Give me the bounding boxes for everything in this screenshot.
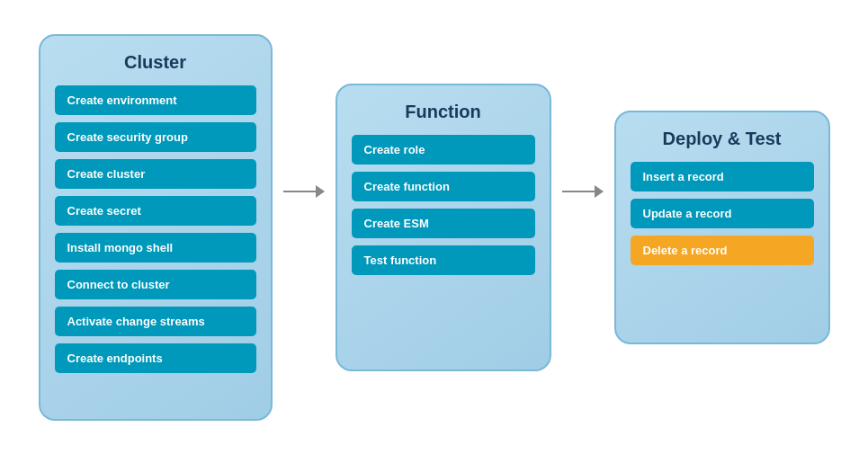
deploy-item[interactable]: Delete a record [631,236,814,265]
arrow-line-1 [283,191,316,192]
cluster-items: Create environmentCreate security groupC… [55,85,256,373]
deploy-item[interactable]: Update a record [631,199,814,228]
cluster-panel: Cluster Create environmentCreate securit… [39,34,273,421]
arrow-head-2 [595,185,604,198]
arrow-2 [562,185,604,198]
cluster-item[interactable]: Create environment [55,85,256,115]
arrow-cluster-to-function [273,185,336,198]
cluster-item[interactable]: Connect to cluster [55,270,256,299]
cluster-item[interactable]: Create security group [55,122,256,152]
arrow-function-to-deploy [551,185,614,198]
cluster-title: Cluster [124,52,186,73]
arrow-line-2 [562,191,595,192]
deploy-title: Deploy & Test [663,129,782,149]
deploy-item[interactable]: Insert a record [631,162,814,191]
function-items: Create roleCreate functionCreate ESMTest… [352,135,535,275]
cluster-item[interactable]: Create secret [55,196,256,226]
cluster-item[interactable]: Create endpoints [55,343,256,373]
deploy-panel: Deploy & Test Insert a recordUpdate a re… [614,111,830,344]
function-item[interactable]: Create role [352,135,535,165]
arrow-head-1 [316,185,325,198]
cluster-item[interactable]: Create cluster [55,159,256,189]
cluster-item[interactable]: Install mongo shell [55,233,256,263]
arrow-1 [283,185,325,198]
function-item[interactable]: Create ESM [352,209,535,238]
function-item[interactable]: Create function [352,172,535,201]
function-title: Function [405,102,480,122]
function-panel: Function Create roleCreate functionCreat… [336,84,551,371]
diagram-container: Cluster Create environmentCreate securit… [12,16,857,439]
function-item[interactable]: Test function [352,245,535,275]
cluster-item[interactable]: Activate change streams [55,307,256,336]
deploy-items: Insert a recordUpdate a recordDelete a r… [631,162,814,265]
